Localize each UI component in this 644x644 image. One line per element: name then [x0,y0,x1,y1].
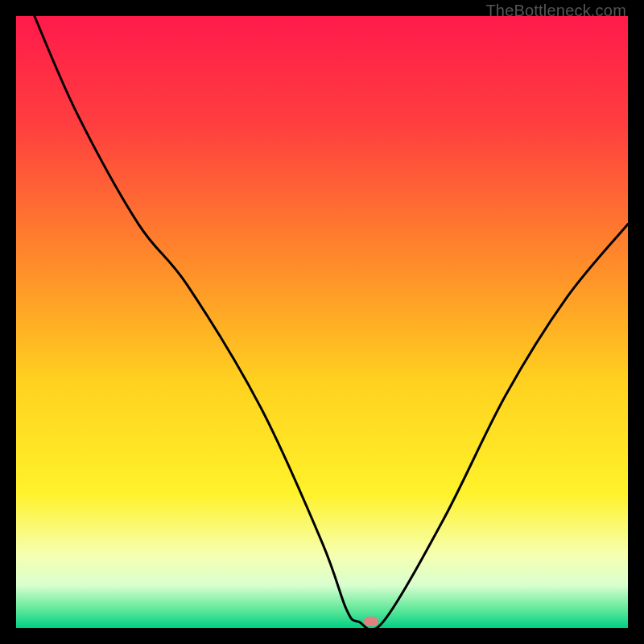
plot-area [16,16,628,628]
chart-frame: TheBottleneck.com [0,0,644,644]
optimum-marker [364,617,378,626]
bottleneck-curve [16,16,628,628]
watermark-text: TheBottleneck.com [485,2,626,20]
